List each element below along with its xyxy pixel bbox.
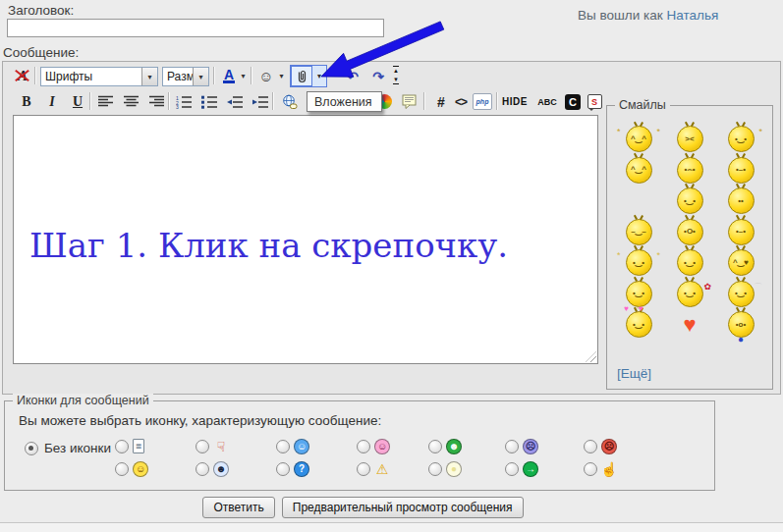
bullet-list-button[interactable] <box>199 91 219 112</box>
message-icon-radio-arrow-green[interactable] <box>505 462 519 476</box>
message-icon-radio-question-blue[interactable] <box>276 462 290 476</box>
login-prefix: Вы вошли как <box>578 8 663 23</box>
smiley-angel-icon[interactable]: •‿• <box>728 281 755 307</box>
smiley-deco-icon: ✿ <box>703 283 711 292</box>
message-icon-smile-pink: ☺ <box>374 439 390 454</box>
hide-tag-button[interactable]: HIDE <box>502 91 528 112</box>
smiley-cell: •‿•** <box>613 247 664 279</box>
smiley-shock-icon[interactable]: •O• <box>677 219 703 245</box>
smiley-kiss-icon[interactable]: ^‿♥ <box>728 249 755 276</box>
message-icon-radio-angry-red[interactable] <box>584 440 597 453</box>
message-icon-radio-sad-purple[interactable] <box>505 440 519 453</box>
smiley-cell: ^‿♥ <box>715 247 766 279</box>
smiley-wave-both-icon[interactable]: ^‿^ <box>626 126 652 152</box>
spoiler-button[interactable]: S <box>585 91 604 112</box>
preview-button[interactable]: Предварительный просмотр сообщения <box>282 497 524 518</box>
smiley-facepalm-icon[interactable]: >< <box>677 126 703 152</box>
php-code-button[interactable]: php <box>473 91 492 112</box>
underline-button[interactable]: U <box>68 91 87 112</box>
copyright-button[interactable]: C <box>563 91 583 112</box>
insert-smiley-button[interactable]: ☺ <box>256 66 276 86</box>
globe-link-icon <box>282 94 298 110</box>
message-icons-prompt: Вы можете выбрать иконку, характеризующу… <box>19 413 381 428</box>
font-size-value: Разме <box>163 70 193 83</box>
message-icon-radio-thumb-up[interactable] <box>584 462 597 476</box>
toolbar-separator <box>34 67 36 84</box>
smiley-rose-icon[interactable]: •‿• <box>677 281 703 307</box>
remove-format-button[interactable]: A <box>13 66 32 86</box>
smileys-more-link[interactable]: [Ещё] <box>617 366 651 381</box>
toolbar-expand-button[interactable]: ▲ <box>393 66 399 74</box>
login-user-link[interactable]: Наталья <box>667 8 719 23</box>
message-icon-option: → <box>505 457 584 480</box>
italic-button[interactable]: I <box>42 91 62 112</box>
indent-button[interactable] <box>251 91 270 112</box>
smiley-happy-icon[interactable]: ^‿^ <box>626 157 652 184</box>
smiley-squint-icon[interactable]: –‿– <box>626 219 652 245</box>
message-icon-radio-wink-blue[interactable] <box>276 440 290 453</box>
insert-link-button[interactable] <box>280 91 300 112</box>
message-icon-warning: ⚠ <box>374 461 390 477</box>
attachments-tooltip: Вложения <box>307 91 382 112</box>
smiley-calm-icon[interactable]: •‿• <box>677 187 703 214</box>
message-icon-radio-light-bulb[interactable] <box>428 462 442 476</box>
message-icon-note: ≣ <box>133 439 144 453</box>
no-icon-option[interactable]: Без иконки <box>25 441 111 455</box>
smiley-glance-icon[interactable]: •• <box>728 187 755 214</box>
message-textarea[interactable]: Шаг 1. Клик на скрепочку. <box>13 115 598 364</box>
redo-button[interactable]: ↷ <box>368 66 388 86</box>
message-icon-radio-smile-yellow[interactable] <box>115 462 129 476</box>
resize-handle-icon[interactable] <box>586 351 596 362</box>
smiley-heart-icon[interactable]: ♥ <box>683 314 696 336</box>
font-size-select[interactable]: Разме ▾ <box>162 67 209 86</box>
smiley-cell: •‿• <box>664 186 715 217</box>
toolbar-separator <box>496 92 498 110</box>
spellcheck-button[interactable]: ABC <box>537 91 557 112</box>
smiley-plain-icon[interactable]: •‿• <box>677 249 703 276</box>
smiley-frown-icon[interactable]: •⌢• <box>677 157 703 184</box>
login-status: Вы вошли какНаталья <box>578 8 718 23</box>
smiley-wave-icon[interactable]: •‿• <box>728 126 755 152</box>
undo-button[interactable]: ↶ <box>343 66 363 86</box>
smiley-shy-icon[interactable]: •‿• <box>626 249 652 276</box>
toolbar-collapse-button[interactable]: ▼ <box>393 77 399 84</box>
message-icon-option: ☟ <box>196 435 276 457</box>
message-icon-angry-red: ☹ <box>601 439 617 454</box>
smiley-flat-icon[interactable]: •–• <box>728 219 755 245</box>
message-icon-radio-warning[interactable] <box>357 462 370 476</box>
align-left-button[interactable] <box>95 91 115 112</box>
message-icon-option: ☺ <box>276 435 357 457</box>
code-button[interactable]: <> <box>451 91 471 112</box>
message-icon-radio-note[interactable] <box>115 440 129 453</box>
no-icon-radio[interactable] <box>25 442 38 455</box>
smiley-stare-icon[interactable]: •–• <box>728 157 755 184</box>
font-color-button[interactable]: A <box>219 66 239 86</box>
outdent-button[interactable] <box>225 91 245 112</box>
font-family-select[interactable]: Шрифты ▾ <box>40 67 158 86</box>
smiley-cell: •‿•♥♥ <box>613 309 664 341</box>
message-icon-thumb-up: ☝ <box>601 461 617 477</box>
chevron-down-icon[interactable]: ▾ <box>193 68 208 85</box>
anchor-button[interactable]: # <box>431 91 451 112</box>
attach-button[interactable] <box>291 66 312 86</box>
ordered-list-button[interactable]: 123 <box>174 91 194 112</box>
message-icon-question-blue: ? <box>294 461 309 477</box>
font-color-dropdown[interactable]: ▾ <box>237 66 250 86</box>
message-icon-option: ☹ <box>584 435 662 457</box>
message-icon-radio-cool-sunglasses[interactable] <box>196 462 209 476</box>
reply-button[interactable]: Ответить <box>202 497 274 518</box>
message-icon-radio-grin-green[interactable] <box>428 440 442 453</box>
smiley-dropdown[interactable]: ▾ <box>275 66 288 86</box>
insert-quote-button[interactable] <box>400 91 419 112</box>
title-input[interactable] <box>7 19 384 37</box>
bold-button[interactable]: B <box>17 91 36 112</box>
message-icon-light-bulb: ● <box>446 461 462 477</box>
align-right-button[interactable] <box>146 91 166 112</box>
chevron-down-icon[interactable]: ▾ <box>141 68 157 85</box>
message-icon-radio-smile-pink[interactable] <box>357 440 370 453</box>
indent-icon <box>252 95 268 109</box>
attach-dropdown[interactable]: ▾ <box>312 66 326 86</box>
smiley-girl-icon[interactable]: •‿• <box>626 311 652 338</box>
message-icon-radio-thumb-down[interactable] <box>196 440 209 453</box>
align-center-button[interactable] <box>121 91 140 112</box>
